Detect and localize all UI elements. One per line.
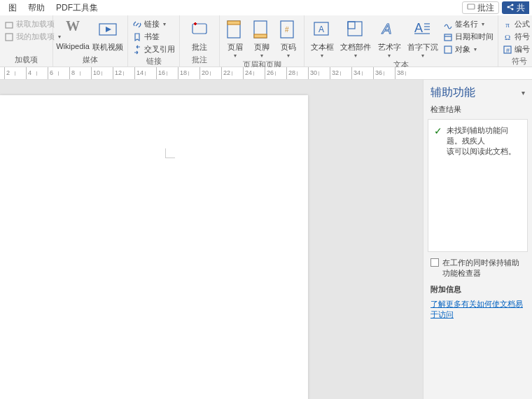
margin-corner-marker	[165, 148, 175, 158]
equation-label: 公式	[514, 19, 530, 29]
svg-rect-29	[444, 34, 451, 41]
ruler-tick: 16	[156, 67, 157, 80]
textbox-button[interactable]: A 文本框▾	[307, 17, 337, 59]
signature-button[interactable]: 签名行▾	[442, 18, 495, 30]
share-icon	[506, 3, 514, 13]
svg-text:A: A	[414, 21, 423, 35]
ruler-minor-tick	[362, 71, 363, 76]
group-comments: 批注 批注	[180, 15, 220, 66]
learn-more-link[interactable]: 了解更多有关如何使文档易于访问	[430, 299, 525, 320]
ruler-tick: 6	[48, 67, 48, 80]
link-label: 链接	[144, 19, 160, 29]
group-text: A 文本框▾ 文档部件▾ A 艺术字▾ A 首字下沉▾ 签名行▾ 日期和时间 对…	[304, 15, 498, 66]
object-button[interactable]: 对象▾	[442, 43, 495, 55]
ruler-tick: 2	[4, 67, 5, 80]
comments-button[interactable]: 批注	[462, 1, 499, 14]
ruler-minor-tick	[318, 71, 319, 76]
svg-text:A: A	[382, 21, 391, 36]
menu-help[interactable]: 帮助	[22, 1, 50, 15]
ruler-tick: 20	[200, 67, 200, 80]
bookmark-icon	[132, 32, 142, 42]
store-icon	[4, 20, 14, 29]
svg-rect-14	[227, 21, 240, 24]
textbox-label: 文本框	[311, 42, 334, 52]
pane-title: 辅助功能 ▾	[424, 80, 532, 103]
wordart-icon: A	[378, 18, 400, 41]
pane-subtitle: 检查结果	[424, 103, 532, 119]
checkbox-icon[interactable]	[430, 258, 439, 267]
crossref-label: 交叉引用	[144, 44, 175, 55]
bookmark-button[interactable]: 书签	[131, 31, 176, 43]
online-video-button[interactable]: 联机视频	[91, 17, 125, 52]
group-media-label: 媒体	[56, 54, 125, 66]
share-button[interactable]: 共	[502, 1, 529, 14]
dropcap-button[interactable]: A 首字下沉▾	[405, 17, 440, 59]
crossref-button[interactable]: 交叉引用	[131, 43, 176, 55]
quickparts-label: 文档部件	[340, 42, 371, 52]
ruler-minor-tick	[102, 71, 102, 76]
ruler-minor-tick	[232, 71, 232, 76]
footer-button[interactable]: 页脚▾	[249, 17, 274, 59]
wikipedia-button[interactable]: W Wikipedia	[56, 17, 90, 50]
comment-icon	[467, 3, 475, 13]
ruler-tick: 24	[243, 67, 244, 80]
video-icon	[97, 18, 119, 41]
header-label: 页眉	[227, 42, 243, 52]
crossref-icon	[132, 45, 142, 55]
dropcap-label: 首字下沉	[407, 42, 438, 52]
equation-button[interactable]: π公式▾	[501, 18, 532, 30]
wikipedia-label: Wikipedia	[56, 42, 90, 50]
ruler-minor-tick	[340, 71, 341, 76]
svg-text:#: #	[285, 26, 289, 34]
svg-rect-6	[6, 22, 13, 28]
symbol-label: 符号	[514, 31, 530, 42]
ruler-tick: 34	[351, 67, 352, 80]
wordart-label: 艺术字	[378, 42, 401, 52]
group-links-label: 链接	[131, 55, 176, 68]
svg-line-5	[509, 7, 512, 8]
header-icon	[224, 18, 246, 41]
datetime-button[interactable]: 日期和时间	[442, 31, 495, 43]
menubar: 图 帮助 PDF工具集 批注 共	[0, 0, 532, 15]
pane-title-text: 辅助功能	[430, 85, 475, 100]
svg-rect-16	[254, 34, 267, 38]
link-button[interactable]: 链接▾	[131, 18, 176, 30]
ruler-tick: 18	[178, 67, 178, 80]
header-button[interactable]: 页眉▾	[223, 17, 248, 59]
check-icon: ✓	[434, 125, 442, 246]
svg-rect-22	[348, 22, 355, 29]
ruler-minor-tick	[210, 71, 211, 76]
svg-marker-9	[106, 27, 111, 32]
footer-label: 页脚	[254, 42, 270, 52]
wordart-button[interactable]: A 艺术字▾	[374, 17, 404, 59]
group-symbols-label: 符号	[501, 55, 532, 68]
comments-button-label: 批注	[477, 2, 494, 14]
horizontal-ruler[interactable]: 2468101214161820222426283032343638	[0, 67, 532, 80]
quickparts-button[interactable]: 文档部件▾	[338, 17, 373, 59]
keep-running-checkbox-row[interactable]: 在工作的同时保持辅助功能检查器	[430, 258, 525, 279]
svg-rect-31	[444, 46, 451, 53]
ruler-tick: 32	[330, 67, 330, 80]
insert-comment-button[interactable]: 批注	[183, 17, 216, 52]
symbol-button[interactable]: Ω符号▾	[501, 31, 532, 43]
document-area[interactable]	[0, 80, 423, 399]
document-page[interactable]	[0, 95, 308, 399]
equation-icon: π	[503, 20, 512, 29]
ruler-minor-tick	[297, 71, 298, 76]
ruler-minor-tick	[253, 71, 254, 76]
page-number-button[interactable]: # 页码▾	[276, 17, 301, 59]
ruler-minor-tick	[80, 71, 80, 76]
extra-info-title: 附加信息	[430, 284, 525, 295]
symbol-icon: Ω	[503, 32, 512, 42]
menu-view[interactable]: 图	[3, 1, 22, 15]
ruler-minor-tick	[145, 71, 146, 76]
result-text: 未找到辅助功能问题。残疾人 该可以阅读此文档。	[447, 125, 522, 246]
group-symbols: π公式▾ Ω符号▾ #编号 符号	[498, 15, 532, 66]
signature-icon	[443, 20, 453, 29]
menu-pdf-tools[interactable]: PDF工具集	[50, 1, 104, 15]
pane-dropdown-icon[interactable]: ▾	[522, 89, 525, 97]
bookmark-label: 书签	[144, 31, 160, 42]
number-button[interactable]: #编号	[501, 43, 532, 55]
ruler-tick: 30	[308, 67, 309, 80]
accessibility-pane: 辅助功能 ▾ 检查结果 ✓ 未找到辅助功能问题。残疾人 该可以阅读此文档。 在工…	[423, 80, 532, 399]
